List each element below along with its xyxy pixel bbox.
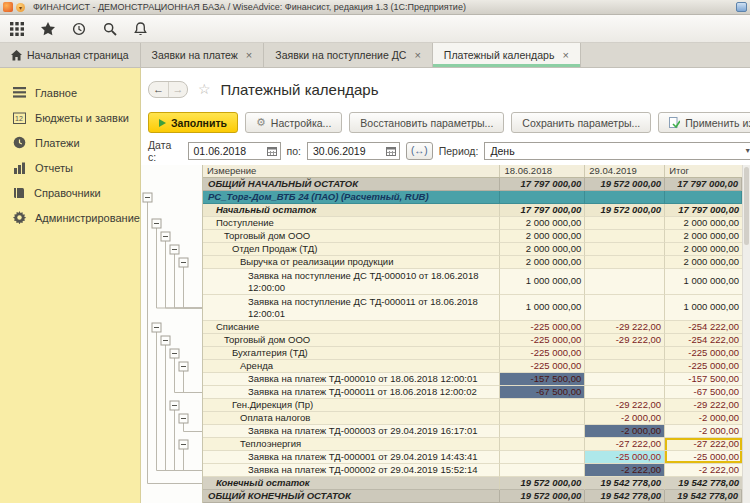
table-row[interactable]: Начальный остаток17 797 000,0019 572 000… xyxy=(203,204,742,217)
period-select-button[interactable]: (↔) xyxy=(406,142,433,160)
scrollbar-thumb[interactable] xyxy=(744,167,749,245)
favorite-star-icon[interactable]: ☆ xyxy=(198,81,211,97)
value-cell[interactable]: -2 000,00 xyxy=(585,425,665,438)
tab-close-icon[interactable]: × xyxy=(562,49,568,61)
value-cell[interactable] xyxy=(585,256,665,269)
app-menu-arrow-icon[interactable]: ▾ xyxy=(16,3,25,12)
sidebar-item-catalogs[interactable]: Справочники xyxy=(0,180,140,205)
value-cell[interactable] xyxy=(585,217,665,230)
value-cell[interactable]: -67 500,00 xyxy=(665,386,742,399)
table-row[interactable]: Списание-225 000,00-29 222,00-254 222,00 xyxy=(203,321,742,334)
back-button[interactable]: ← xyxy=(149,82,168,97)
value-cell[interactable]: 19 542 778,00 xyxy=(585,477,665,490)
date-to-input[interactable]: 30.06.2019 xyxy=(307,142,400,160)
table-row[interactable]: Конечный остаток19 572 000,0019 542 778,… xyxy=(203,477,742,490)
value-cell[interactable]: -225 000,00 xyxy=(500,360,585,373)
value-cell[interactable] xyxy=(500,438,585,451)
value-cell[interactable]: -225 000,00 xyxy=(665,360,742,373)
forward-button[interactable]: → xyxy=(168,82,187,97)
favorites-star-icon[interactable] xyxy=(41,22,55,36)
col-date-1[interactable]: 18.06.2018 xyxy=(500,165,585,177)
value-cell[interactable]: 2 000 000,00 xyxy=(500,230,585,243)
value-cell[interactable]: -29 222,00 xyxy=(585,321,665,334)
table-row[interactable]: Выручка от реализации продукции2 000 000… xyxy=(203,256,742,269)
search-icon[interactable] xyxy=(103,22,117,36)
value-cell[interactable]: 19 542 778,00 xyxy=(665,477,742,490)
tab-close-icon[interactable]: × xyxy=(246,49,252,61)
value-cell[interactable]: 19 572 000,00 xyxy=(500,490,585,503)
value-cell[interactable]: 19 572 000,00 xyxy=(500,477,585,490)
table-row[interactable]: ОБЩИЙ КОНЕЧНЫЙ ОСТАТОК19 572 000,0019 54… xyxy=(203,490,742,503)
value-cell[interactable] xyxy=(585,243,665,256)
table-row[interactable]: Заявка на платеж ТД-000003 от 29.04.2019… xyxy=(203,425,742,438)
menu-grid-icon[interactable] xyxy=(10,22,24,36)
table-row[interactable]: Аренда-225 000,00-225 000,00 xyxy=(203,360,742,373)
table-row[interactable]: Теплоэнергия-27 222,00-27 222,00 xyxy=(203,438,742,451)
value-cell[interactable] xyxy=(585,295,665,321)
value-cell[interactable]: 19 542 778,00 xyxy=(665,490,742,503)
date-from-input[interactable]: 01.06.2018 xyxy=(188,142,281,160)
value-cell[interactable]: -2 000,00 xyxy=(665,412,742,425)
vertical-scrollbar[interactable] xyxy=(742,165,750,503)
value-cell[interactable] xyxy=(500,425,585,438)
value-cell[interactable] xyxy=(585,191,665,204)
sidebar-item-budgets[interactable]: 12 Бюджеты и заявки xyxy=(0,105,140,130)
sidebar-item-administration[interactable]: Администрирование xyxy=(0,205,140,230)
value-cell[interactable]: -225 000,00 xyxy=(665,347,742,360)
value-cell[interactable]: 17 797 000,00 xyxy=(500,204,585,217)
value-cell[interactable]: 17 797 000,00 xyxy=(500,178,585,191)
value-cell[interactable]: -2 000,00 xyxy=(585,412,665,425)
table-row[interactable]: Заявка на платеж ТД-000001 от 29.04.2019… xyxy=(203,451,742,464)
chevron-down-icon[interactable]: ▼ xyxy=(744,147,750,154)
value-cell[interactable] xyxy=(665,191,742,204)
value-cell[interactable]: -2 000,00 xyxy=(665,425,742,438)
table-row[interactable]: Ген.Дирекция (Пр)-29 222,00-29 222,00 xyxy=(203,399,742,412)
value-cell[interactable]: 2 000 000,00 xyxy=(500,217,585,230)
tab-close-icon[interactable]: × xyxy=(414,49,420,61)
table-row[interactable]: Заявка на поступление ДС ТД-000011 от 18… xyxy=(203,295,742,321)
table-row[interactable]: Торговый дом ООО2 000 000,002 000 000,00 xyxy=(203,230,742,243)
value-cell[interactable]: -67 500,00 xyxy=(500,386,585,399)
calendar-icon[interactable] xyxy=(267,146,277,156)
value-cell[interactable]: -27 222,00 xyxy=(665,438,742,451)
value-cell[interactable]: -254 222,00 xyxy=(665,334,742,347)
value-cell[interactable]: 1 000 000,00 xyxy=(665,269,742,295)
table-row[interactable]: Заявка на платеж ТД-000002 от 29.04.2019… xyxy=(203,464,742,477)
value-cell[interactable]: 2 000 000,00 xyxy=(665,230,742,243)
settings-button[interactable]: ⚙ Настройка... xyxy=(245,112,342,133)
value-cell[interactable]: -157 500,00 xyxy=(500,373,585,386)
value-cell[interactable]: 17 797 000,00 xyxy=(665,178,742,191)
value-cell[interactable]: -225 000,00 xyxy=(500,321,585,334)
table-row[interactable]: Бухгалтерия (ТД)-225 000,00-225 000,00 xyxy=(203,347,742,360)
value-cell[interactable]: -225 000,00 xyxy=(500,347,585,360)
value-cell[interactable] xyxy=(585,230,665,243)
value-cell[interactable] xyxy=(585,269,665,295)
col-date-2[interactable]: 29.04.2019 xyxy=(585,165,665,177)
table-row[interactable]: РС_Торг-Дом_ВТБ 24 (ПАО) (Расчетный, RUB… xyxy=(203,191,742,204)
table-row[interactable]: Заявка на платеж ТД-000011 от 18.06.2018… xyxy=(203,386,742,399)
table-row[interactable]: Оплата налогов-2 000,00-2 000,00 xyxy=(203,412,742,425)
sidebar-item-main[interactable]: Главное xyxy=(0,80,140,105)
value-cell[interactable]: 2 000 000,00 xyxy=(665,243,742,256)
table-row[interactable]: Заявка на платеж ТД-000010 от 18.06.2018… xyxy=(203,373,742,386)
value-cell[interactable] xyxy=(585,386,665,399)
value-cell[interactable]: -225 000,00 xyxy=(500,334,585,347)
fill-button[interactable]: Заполнить xyxy=(148,112,238,133)
table-row[interactable]: Заявка на поступление ДС ТД-000010 от 18… xyxy=(203,269,742,295)
table-row[interactable]: Поступление2 000 000,002 000 000,00 xyxy=(203,217,742,230)
value-cell[interactable] xyxy=(500,412,585,425)
value-cell[interactable] xyxy=(500,451,585,464)
tab-home[interactable]: Начальная страница xyxy=(0,43,141,67)
restore-params-button[interactable]: Восстановить параметры... xyxy=(349,112,504,133)
period-input[interactable]: День ▼ xyxy=(484,142,750,160)
value-cell[interactable] xyxy=(585,360,665,373)
sidebar-item-payments[interactable]: Платежи xyxy=(0,130,140,155)
value-cell[interactable]: -25 000,00 xyxy=(585,451,665,464)
table-row[interactable]: ОБЩИЙ НАЧАЛЬНЫЙ ОСТАТОК17 797 000,0019 5… xyxy=(203,178,742,191)
tab-payment-calendar[interactable]: Платежный календарь × xyxy=(433,43,581,67)
value-cell[interactable]: 1 000 000,00 xyxy=(500,295,585,321)
col-total[interactable]: Итог xyxy=(665,165,742,177)
window-control-icon[interactable] xyxy=(736,2,747,12)
value-cell[interactable]: 1 000 000,00 xyxy=(665,295,742,321)
value-cell[interactable] xyxy=(500,191,585,204)
